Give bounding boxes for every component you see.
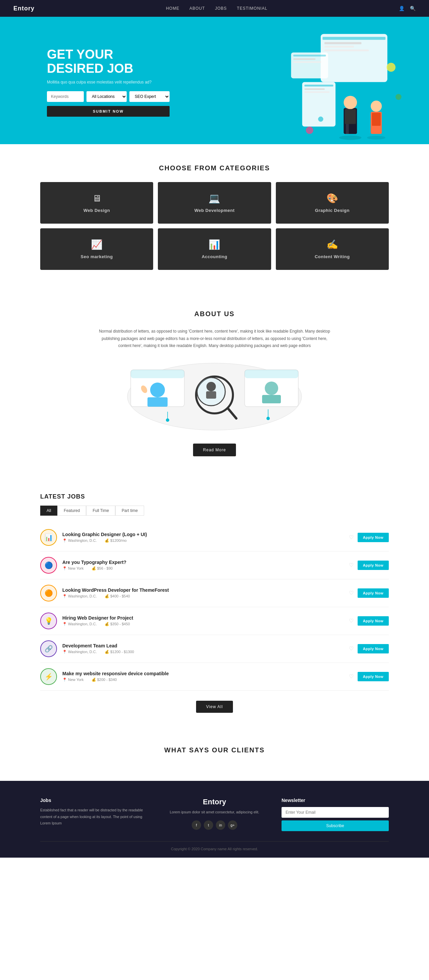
job-salary: 💰 $56 - $90	[92, 566, 116, 570]
linkedin-icon[interactable]: in	[216, 821, 225, 830]
twitter-icon[interactable]: t	[204, 821, 213, 830]
testimonial-title: WHAT SAYS OUR CLIENTS	[40, 746, 389, 754]
view-all-button[interactable]: View All	[196, 701, 233, 713]
category-item-web-design[interactable]: 🖥 Web Design	[40, 182, 153, 224]
graphic-design-icon: 🎨	[326, 193, 338, 204]
apply-button[interactable]: Apply Now	[358, 616, 389, 625]
apply-button[interactable]: Apply Now	[358, 533, 389, 542]
filter-part-time[interactable]: Part time	[115, 506, 144, 515]
job-location: 📍 New York	[62, 678, 87, 682]
favorite-icon[interactable]: ♡	[349, 562, 354, 568]
category-item-accounting[interactable]: 📊 Accounting	[158, 228, 271, 270]
job-actions: ♡ Apply Now	[349, 533, 389, 542]
svg-rect-1	[323, 37, 385, 40]
job-salary: 💰 $1200 - $1300	[105, 650, 137, 654]
nav-logo: Entory	[13, 5, 35, 12]
svg-rect-21	[304, 92, 329, 93]
job-info: Make my website responsive device compat…	[62, 671, 343, 682]
job-title: Make my website responsive device compat…	[62, 671, 343, 676]
filter-featured[interactable]: Featured	[57, 506, 86, 515]
job-salary: 💰 $200 - $340	[92, 678, 120, 682]
svg-rect-19	[304, 85, 333, 87]
job-logo: 🔗	[40, 640, 57, 657]
read-more-button[interactable]: Read More	[193, 444, 236, 456]
subscribe-button[interactable]: Subscribe	[281, 821, 389, 831]
svg-rect-38	[245, 370, 298, 378]
nav-icons: 👤 🔍	[399, 6, 416, 11]
facebook-icon[interactable]: f	[192, 821, 201, 830]
seo-icon: 📈	[91, 239, 103, 250]
view-all-wrap: View All	[40, 701, 389, 713]
job-item: 💡 Hiring Web Designer for Project 📍 Wash…	[40, 607, 389, 635]
svg-rect-13	[372, 113, 381, 126]
svg-rect-0	[321, 34, 388, 82]
svg-point-25	[396, 94, 402, 100]
categories-section: CHOOSE FROM CATEGORIES 🖥 Web Design 💻 We…	[0, 144, 429, 290]
svg-rect-30	[148, 397, 168, 407]
footer-socials: f t in g+	[161, 821, 268, 830]
apply-button[interactable]: Apply Now	[358, 561, 389, 570]
favorite-icon[interactable]: ♡	[349, 534, 354, 541]
svg-rect-36	[206, 391, 216, 399]
googleplus-icon[interactable]: g+	[228, 821, 237, 830]
svg-point-8	[343, 96, 357, 109]
svg-rect-16	[293, 58, 315, 60]
category-select[interactable]: SEO Expert	[129, 91, 170, 102]
apply-button[interactable]: Apply Now	[358, 672, 389, 681]
apply-button[interactable]: Apply Now	[358, 589, 389, 598]
footer-grid: Jobs Established fact that a reader will…	[40, 798, 389, 831]
job-location: 📍 Washington, D.C.	[62, 538, 100, 542]
keywords-input[interactable]	[47, 91, 84, 102]
favorite-icon[interactable]: ♡	[349, 590, 354, 596]
newsletter-input[interactable]	[281, 807, 389, 818]
copyright-text: Copyright © 2020 Company name All rights…	[171, 847, 258, 851]
footer-jobs-title: Jobs	[40, 798, 148, 803]
company-logo-icon: 💡	[44, 617, 53, 625]
svg-point-41	[166, 418, 169, 422]
job-item: 🟠 Looking WordPress Developer for ThemeF…	[40, 579, 389, 607]
nav-about[interactable]: ABOUT	[189, 6, 205, 11]
user-icon[interactable]: 👤	[399, 6, 405, 11]
job-item: 📊 Looking Graphic Designer (Logo + UI) 📍…	[40, 524, 389, 552]
about-illustration	[114, 360, 315, 434]
svg-point-5	[339, 135, 361, 140]
company-logo-icon: 🔵	[44, 561, 53, 569]
web-design-icon: 🖥	[92, 193, 102, 204]
hero-content: GET YOUR DESIRED JOB Mollitia quo qua cu…	[47, 48, 170, 117]
svg-rect-4	[324, 49, 369, 52]
favorite-icon[interactable]: ♡	[349, 673, 354, 679]
hero-subtitle: Mollitia quo qua culpa esse molestias ve…	[47, 80, 170, 84]
filter-full-time[interactable]: Full Time	[86, 506, 115, 515]
category-item-content-writing[interactable]: ✍ Content Writing	[276, 228, 389, 270]
filter-all[interactable]: All	[40, 506, 57, 515]
job-salary: 💰 $400 - $540	[105, 594, 133, 598]
category-item-web-development[interactable]: 💻 Web Development	[158, 182, 271, 224]
job-title: Development Team Lead	[62, 643, 343, 648]
job-logo: 🔵	[40, 557, 57, 574]
job-meta: 📍 Washington, D.C. 💰 $350 - $450	[62, 622, 343, 626]
accounting-icon: 📊	[208, 239, 220, 250]
job-filter-bar: All Featured Full Time Part time	[40, 506, 389, 515]
apply-button[interactable]: Apply Now	[358, 644, 389, 654]
job-meta: 📍 New York 💰 $56 - $90	[62, 566, 343, 571]
favorite-icon[interactable]: ♡	[349, 645, 354, 652]
job-logo: ⚡	[40, 668, 57, 685]
nav-jobs[interactable]: JOBS	[215, 6, 227, 11]
favorite-icon[interactable]: ♡	[349, 617, 354, 624]
job-logo: 📊	[40, 529, 57, 546]
job-title: Looking Graphic Designer (Logo + UI)	[62, 532, 343, 537]
search-icon[interactable]: 🔍	[410, 6, 416, 11]
nav-home[interactable]: HOME	[166, 6, 179, 11]
seo-label: Seo marketing	[81, 254, 113, 259]
nav-testimonial[interactable]: TESTIMONIAL	[237, 6, 267, 11]
job-info: Hiring Web Designer for Project 📍 Washin…	[62, 615, 343, 626]
svg-point-12	[371, 100, 382, 111]
submit-button[interactable]: SUBMIT NOW	[47, 106, 170, 117]
job-meta: 📍 Washington, D.C. 💰 $1200/mo	[62, 538, 343, 543]
category-item-graphic-design[interactable]: 🎨 Graphic Design	[276, 182, 389, 224]
latest-jobs-section: LATEST JOBS All Featured Full Time Part …	[0, 476, 429, 730]
testimonial-section: WHAT SAYS OUR CLIENTS	[0, 730, 429, 781]
job-title: Hiring Web Designer for Project	[62, 615, 343, 620]
location-select[interactable]: All Locations	[86, 91, 127, 102]
category-item-seo[interactable]: 📈 Seo marketing	[40, 228, 153, 270]
